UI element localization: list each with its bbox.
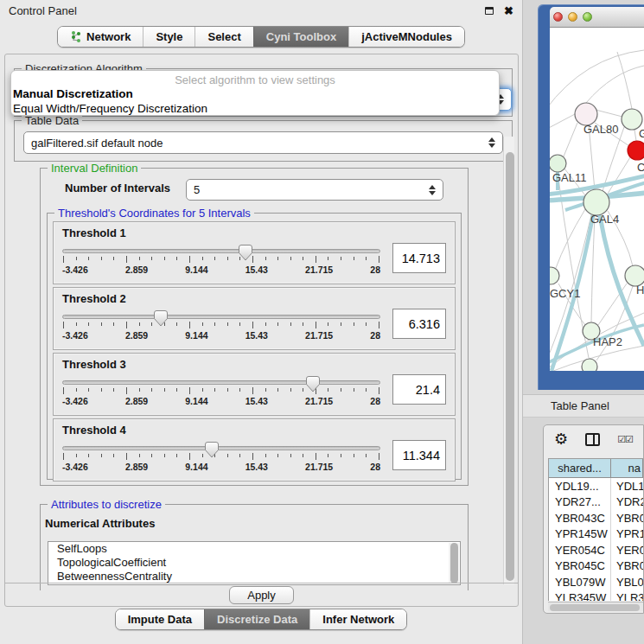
tick-mark <box>101 388 102 392</box>
table-row[interactable]: YPR145WYPR1 <box>549 526 643 543</box>
table-cell[interactable]: YLR3 <box>611 590 643 602</box>
gear-icon[interactable]: ⚙ <box>554 431 568 447</box>
table-row[interactable]: YBR043CYBR0 <box>549 510 643 526</box>
tick-mark <box>113 454 114 457</box>
tab-cyni-toolbox[interactable]: Cyni Toolbox <box>253 27 348 47</box>
slider-thumb[interactable] <box>306 376 320 392</box>
node-table[interactable]: shared... na YDL19...YDL1YDR27...YDR2YBR… <box>548 458 643 601</box>
table-cell[interactable]: YLR345W <box>549 590 611 602</box>
close-traffic-light-icon[interactable] <box>553 12 563 22</box>
column-header-shared-name[interactable]: shared... <box>549 459 611 478</box>
attribute-list-item[interactable]: TopologicalCoefficient <box>48 556 460 570</box>
attribute-list-item[interactable]: SelfLoops <box>48 542 460 556</box>
table-cell[interactable]: YER054C <box>549 542 611 558</box>
settings-scrollbar-thumb[interactable] <box>506 152 514 581</box>
network-canvas[interactable]: GAL80 GA C GAL11 GAL4 GCY1 H HAP2 <box>550 28 644 371</box>
tab-network[interactable]: Network <box>58 27 143 47</box>
tab-infer-network[interactable]: Infer Network <box>309 609 406 629</box>
table-cell[interactable]: YDL19... <box>549 478 611 494</box>
numerical-attributes-list[interactable]: SelfLoopsTopologicalCoefficientBetweenne… <box>48 541 461 585</box>
slider-thumb[interactable] <box>205 442 219 458</box>
slider-track[interactable] <box>62 446 380 450</box>
table-cell[interactable]: YBR0 <box>611 558 643 575</box>
table-cell[interactable]: YDR2 <box>611 494 643 511</box>
table-cell[interactable]: YPR1 <box>611 526 643 543</box>
network-node[interactable] <box>582 359 597 371</box>
table-cell[interactable]: YER0 <box>611 542 643 558</box>
algorithm-option-manual[interactable]: Manual Discretization <box>11 87 499 102</box>
slider-thumb[interactable] <box>239 245 252 261</box>
table-row[interactable]: YDR27...YDR2 <box>549 494 643 511</box>
slider-track[interactable] <box>62 315 380 319</box>
network-node-gal11[interactable] <box>550 155 566 172</box>
threshold-value-field[interactable]: 6.316 <box>392 309 446 339</box>
number-of-intervals-combobox[interactable]: 5 <box>186 179 443 201</box>
slider-track[interactable] <box>62 380 380 385</box>
split-columns-icon[interactable] <box>585 433 600 446</box>
tick-mark <box>151 322 152 326</box>
threshold-slider[interactable]: -3.4262.8599.14415.4321.71528 <box>62 373 380 406</box>
tick-mark <box>202 257 203 260</box>
threshold-value-field[interactable]: 14.713 <box>392 243 446 273</box>
network-node-gcy1[interactable] <box>550 267 559 284</box>
table-cell[interactable]: YBL079W <box>549 574 611 590</box>
tick-mark <box>63 453 64 460</box>
tab-style[interactable]: Style <box>143 27 194 47</box>
network-view-window[interactable]: GAL80 GA C GAL11 GAL4 GCY1 H HAP2 <box>538 4 644 390</box>
column-header-name[interactable]: na <box>611 459 643 478</box>
threshold-value-field[interactable]: 11.344 <box>392 440 446 470</box>
settings-scrollbar[interactable] <box>503 137 514 584</box>
attributes-scrollbar-thumb[interactable] <box>450 543 458 583</box>
tick-mark <box>139 388 140 392</box>
tick-mark <box>214 322 215 326</box>
table-row[interactable]: YBL079WYBL0 <box>549 574 643 590</box>
table-cell[interactable]: YBR043C <box>549 510 611 526</box>
network-node-gal4[interactable] <box>583 189 609 215</box>
tick-mark <box>265 322 266 326</box>
tick-mark <box>76 322 77 326</box>
network-window-titlebar[interactable] <box>550 7 644 28</box>
tick-mark <box>63 387 64 394</box>
table-cell[interactable]: YBL0 <box>611 574 643 590</box>
scale-label: 21.715 <box>305 265 333 275</box>
tick-mark <box>277 322 278 326</box>
network-node-red[interactable] <box>628 141 644 160</box>
attribute-list-item[interactable]: BetweennessCentrality <box>48 570 460 583</box>
algorithm-popup-prompt[interactable]: Select algorithm to view settings <box>11 73 499 87</box>
scale-label: 28 <box>370 330 380 341</box>
table-cell[interactable]: YBR045C <box>549 558 611 575</box>
tab-discretize-data[interactable]: Discretize Data <box>204 609 309 629</box>
tab-jactivemnodules[interactable]: jActiveMNodules <box>348 27 464 47</box>
apply-button[interactable]: Apply <box>229 586 294 604</box>
table-row[interactable]: YDL19...YDL1 <box>549 478 643 494</box>
threshold-slider[interactable]: -3.4262.8599.14415.4321.71528 <box>62 438 380 472</box>
zoom-traffic-light-icon[interactable] <box>583 12 592 22</box>
float-window-icon[interactable] <box>485 7 494 15</box>
algorithm-option-equal-width[interactable]: Equal Width/Frequency Discretization <box>11 102 499 117</box>
threshold-value-field[interactable]: 21.4 <box>392 374 446 405</box>
scale-label: -3.426 <box>62 462 88 472</box>
table-cell[interactable]: YDR27... <box>549 494 611 511</box>
scale-label: 2.859 <box>125 462 148 472</box>
table-cell[interactable]: YPR145W <box>549 526 611 543</box>
table-row[interactable]: YBR045CYBR0 <box>549 558 643 575</box>
minimize-traffic-light-icon[interactable] <box>568 12 577 22</box>
scale-label: -3.426 <box>62 265 88 275</box>
table-row[interactable]: YER054CYER0 <box>549 542 643 558</box>
slider-thumb[interactable] <box>154 310 168 327</box>
table-data-combobox[interactable]: galFiltered.sif default node <box>23 131 503 154</box>
threshold-slider[interactable]: -3.4262.8599.14415.4321.71528 <box>62 241 380 275</box>
slider-track[interactable] <box>62 249 380 253</box>
table-hscrollbar[interactable] <box>548 602 643 611</box>
table-hscrollbar-thumb[interactable] <box>550 604 640 611</box>
close-icon[interactable]: ✖ <box>504 5 513 16</box>
table-row[interactable]: YLR345WYLR3 <box>549 590 643 602</box>
table-cell[interactable]: YBR0 <box>611 510 643 526</box>
tab-impute-data[interactable]: Impute Data <box>116 609 204 629</box>
table-cell[interactable]: YDL1 <box>611 478 643 494</box>
threshold-slider[interactable]: -3.4262.8599.14415.4321.71528 <box>62 307 380 341</box>
tab-select[interactable]: Select <box>194 27 252 47</box>
checkbox-filter-icons[interactable]: ☑☑ <box>617 434 633 445</box>
scale-label: 21.715 <box>305 330 333 341</box>
attributes-scrollbar[interactable] <box>449 543 459 583</box>
